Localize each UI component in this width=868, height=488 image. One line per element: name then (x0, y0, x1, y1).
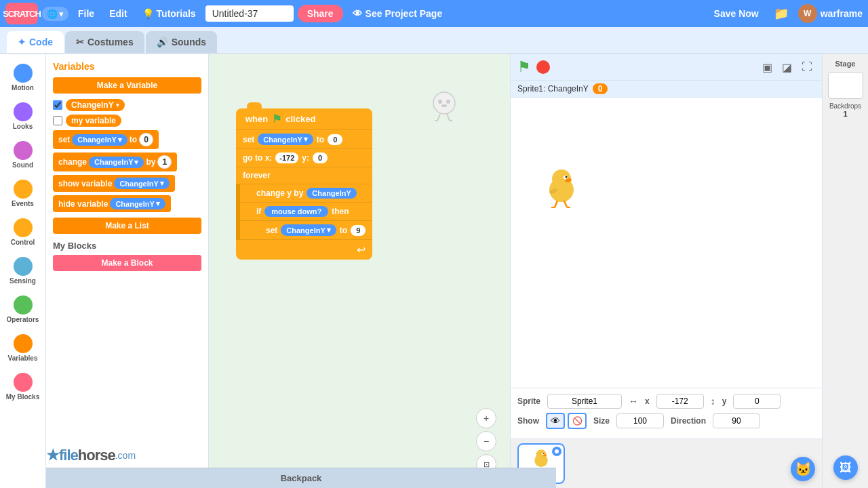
save-now-button[interactable]: Save Now (709, 5, 764, 22)
control-dot (14, 218, 33, 237)
operators-dot (14, 296, 33, 314)
svg-line-15 (564, 201, 567, 207)
sprite-direction-input[interactable] (713, 413, 760, 428)
stage-thumbnail[interactable] (828, 72, 863, 99)
stage-fullscreen[interactable]: ⛶ (799, 60, 815, 75)
add-backdrop-button[interactable]: 🖼 (833, 455, 858, 480)
forever-block[interactable]: forever (236, 167, 372, 184)
globe-chevron: ▾ (59, 9, 64, 19)
variables-blocks-panel: Variables Make a Variable ChangeInY ▾ my… (46, 54, 209, 488)
set-9-var[interactable]: ChangeInY▾ (281, 224, 336, 236)
set-block[interactable]: set ChangeInY▾ to 0 (53, 130, 159, 149)
change-value[interactable]: 1 (157, 155, 172, 169)
change-block[interactable]: change ChangeInY▾ by 1 (53, 152, 177, 171)
goto-y-value[interactable]: 0 (313, 152, 328, 163)
show-toggle: 👁 🚫 (546, 413, 587, 429)
set-value[interactable]: 0 (139, 133, 153, 146)
folder-icon[interactable]: 📁 (770, 5, 793, 22)
show-var-selector[interactable]: ChangeInY▾ (114, 178, 169, 189)
tab-costumes[interactable]: ✂ Costumes (65, 31, 144, 53)
category-events[interactable]: Events (3, 176, 43, 211)
file-menu[interactable]: File (73, 5, 100, 22)
set-changeinY-block[interactable]: set ChangeInY▾ to 0 (236, 129, 372, 148)
show-variable-block[interactable]: show variable ChangeInY▾ (53, 175, 175, 192)
if-block[interactable]: if mouse down? then (236, 202, 372, 220)
show-block-row: show variable ChangeInY▾ (53, 175, 201, 192)
stage-small-view[interactable]: ▣ (760, 60, 775, 75)
svg-point-3 (441, 104, 447, 107)
zoom-out-button[interactable]: − (476, 431, 496, 451)
sprite-x-input[interactable] (656, 394, 704, 409)
sprite1-changeinY-label: Sprite1: ChangeInY (517, 84, 589, 94)
set-9-block[interactable]: set ChangeInY▾ to 9 (236, 220, 372, 239)
sprite-y-input[interactable] (733, 394, 781, 409)
tab-sounds[interactable]: 🔊 Sounds (146, 31, 217, 53)
sensing-dot (14, 257, 33, 276)
changeinY-pill[interactable]: ChangeInY ▾ (66, 99, 125, 111)
category-control[interactable]: Control (3, 214, 43, 250)
stage-canvas[interactable] (511, 98, 822, 388)
category-operators[interactable]: Operators (3, 291, 43, 327)
sprite-info-bar: Sprite1: ChangeInY 0 (511, 81, 822, 98)
tutorials-nav[interactable]: 💡 Tutorials (137, 5, 201, 22)
mouse-down-condition[interactable]: mouse down? (264, 206, 328, 217)
stage-controls: ⚑ ▣ ◪ ⛶ (511, 54, 822, 81)
hide-variable-block[interactable]: hide variable ChangeInY▾ (53, 195, 171, 212)
backpack-bar[interactable]: Backpack (46, 468, 556, 488)
sprite-fab-area: 🐱 (791, 443, 815, 484)
sprite-size-input[interactable] (616, 413, 664, 428)
myvariable-pill[interactable]: my variable (66, 115, 121, 127)
sprite-selected-dot (552, 447, 561, 456)
scratch-logo[interactable]: SCRATCH (5, 3, 38, 24)
code-editor[interactable]: when ⚑ clicked set ChangeInY▾ to 0 go to… (209, 54, 510, 488)
hide-var-selector[interactable]: ChangeInY▾ (110, 198, 165, 209)
sprite-ghost (425, 88, 462, 128)
svg-point-1 (438, 100, 442, 104)
sprite-name-input[interactable] (547, 394, 622, 409)
green-flag-button[interactable]: ⚑ (517, 58, 531, 76)
tab-code[interactable]: ✦ Code (7, 31, 64, 53)
see-project-button[interactable]: 👁 See Project Page (347, 5, 448, 22)
zoom-controls: + − ⊡ (476, 408, 496, 474)
show-visible-button[interactable]: 👁 (546, 413, 565, 429)
zoom-in-button[interactable]: + (476, 408, 496, 428)
make-block-button[interactable]: Make a Block (53, 255, 201, 271)
change-y-block[interactable]: change y by ChangeInY (236, 184, 372, 202)
stage-normal-view[interactable]: ◪ (779, 60, 795, 75)
project-name-input[interactable] (205, 5, 294, 22)
changeinY-checkbox[interactable] (53, 100, 62, 110)
category-myblocks[interactable]: My Blocks (3, 369, 43, 405)
set-9-value[interactable]: 9 (351, 225, 366, 236)
when-flag-block[interactable]: when ⚑ clicked (236, 108, 372, 129)
main-content: Motion Looks Sound Events Control Sensin… (0, 54, 868, 488)
variables-panel-title: Variables (53, 61, 201, 72)
flag-icon: ⚑ (272, 113, 281, 125)
category-motion[interactable]: Motion (3, 60, 43, 96)
language-selector[interactable]: 🌐 ▾ (42, 7, 68, 21)
category-sensing[interactable]: Sensing (3, 253, 43, 289)
user-menu[interactable]: W warframe (798, 4, 863, 23)
set-value-0[interactable]: 0 (328, 134, 342, 145)
code-icon: ✦ (18, 37, 26, 47)
make-list-button[interactable]: Make a List (53, 218, 201, 234)
change-var-selector[interactable]: ChangeInY▾ (89, 157, 144, 168)
make-variable-button[interactable]: Make a Variable (53, 77, 201, 94)
category-sound[interactable]: Sound (3, 137, 43, 173)
category-variables[interactable]: Variables (3, 330, 43, 366)
set-var-selector[interactable]: ChangeInY▾ (72, 134, 127, 146)
show-hidden-button[interactable]: 🚫 (568, 413, 587, 429)
myvariable-checkbox[interactable] (53, 116, 62, 125)
change-y-var[interactable]: ChangeInY (307, 188, 356, 199)
add-sprite-button[interactable]: 🐱 (791, 457, 815, 481)
goto-block[interactable]: go to x: -172 y: 0 (236, 148, 372, 167)
stage-fab-area: 🖼 (833, 455, 858, 480)
see-project-icon: 👁 (353, 8, 362, 19)
edit-menu[interactable]: Edit (104, 5, 132, 22)
myblocks-dot (14, 373, 33, 392)
set-var-input[interactable]: ChangeInY▾ (258, 134, 313, 145)
category-looks[interactable]: Looks (3, 98, 43, 134)
stop-button[interactable] (536, 60, 550, 74)
share-button[interactable]: Share (298, 5, 343, 22)
goto-x-value[interactable]: -172 (275, 152, 298, 163)
sounds-icon: 🔊 (157, 37, 168, 47)
